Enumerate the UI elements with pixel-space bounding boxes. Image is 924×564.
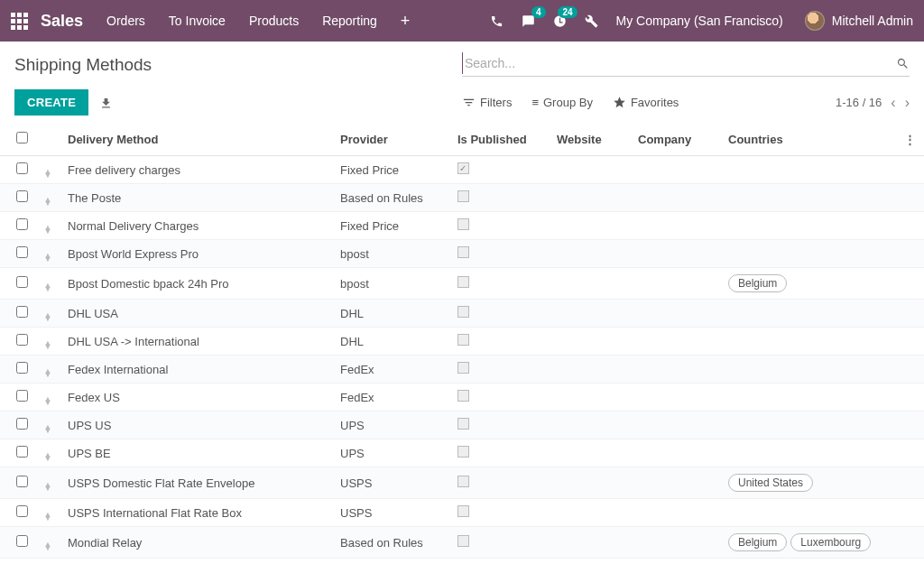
- nav-orders[interactable]: Orders: [106, 14, 145, 28]
- cell-website: [550, 268, 631, 300]
- published-checkbox[interactable]: [457, 362, 469, 374]
- apps-icon[interactable]: [11, 13, 28, 30]
- published-checkbox[interactable]: [457, 535, 469, 547]
- cell-published: [450, 300, 550, 328]
- published-checkbox[interactable]: [457, 334, 469, 346]
- drag-handle-icon[interactable]: ▲▼: [44, 313, 52, 320]
- table-row[interactable]: ▲▼ USPS Domestic Flat Rate Envelope USPS…: [0, 467, 924, 499]
- search-icon[interactable]: [896, 56, 910, 70]
- cell-published: [450, 356, 550, 384]
- country-tag: Belgium: [728, 533, 787, 551]
- row-checkbox[interactable]: [16, 476, 28, 487]
- table-row[interactable]: ▲▼ USPS International Flat Rate Box USPS: [0, 499, 924, 527]
- drag-handle-icon[interactable]: ▲▼: [44, 513, 52, 520]
- row-checkbox[interactable]: [16, 246, 28, 258]
- table-row[interactable]: ▲▼ Mondial Relay Based on Rules BelgiumL…: [0, 527, 924, 559]
- published-checkbox[interactable]: [457, 306, 469, 318]
- table-row[interactable]: ▲▼ Mondial Relay Based on Rules FranceNe…: [0, 559, 924, 565]
- activity-icon[interactable]: 24: [553, 14, 567, 28]
- search-input[interactable]: [462, 52, 896, 74]
- create-button[interactable]: CREATE: [14, 89, 88, 116]
- table-row[interactable]: ▲▼ Bpost World Express Pro bpost: [0, 240, 924, 268]
- table-row[interactable]: ▲▼ DHL USA DHL: [0, 300, 924, 328]
- select-all-checkbox[interactable]: [16, 132, 28, 143]
- drag-handle-icon[interactable]: ▲▼: [44, 425, 52, 432]
- published-checkbox[interactable]: [457, 390, 469, 402]
- pager-next-icon[interactable]: ›: [905, 95, 910, 111]
- published-checkbox[interactable]: [457, 218, 469, 230]
- row-checkbox[interactable]: [16, 446, 28, 458]
- activity-badge: 24: [558, 6, 577, 18]
- col-published[interactable]: Is Published: [450, 123, 550, 156]
- drag-handle-icon[interactable]: ▲▼: [44, 226, 52, 233]
- pager-prev-icon[interactable]: ‹: [891, 95, 895, 111]
- drag-handle-icon[interactable]: ▲▼: [44, 369, 52, 376]
- company-switcher[interactable]: My Company (San Francisco): [616, 14, 783, 28]
- table-row[interactable]: ▲▼ Fedex International FedEx: [0, 356, 924, 384]
- tools-icon[interactable]: [585, 14, 598, 28]
- published-checkbox[interactable]: [457, 162, 469, 174]
- published-checkbox[interactable]: [457, 246, 469, 258]
- drag-handle-icon[interactable]: ▲▼: [44, 283, 52, 291]
- nav-to-invoice[interactable]: To Invoice: [169, 14, 226, 28]
- user-menu[interactable]: Mitchell Admin: [805, 11, 913, 31]
- drag-handle-icon[interactable]: ▲▼: [44, 542, 52, 550]
- cell-delivery: USPS International Flat Rate Box: [60, 499, 333, 527]
- table-row[interactable]: ▲▼ DHL USA -> International DHL: [0, 328, 924, 356]
- row-checkbox[interactable]: [16, 190, 28, 202]
- cell-provider: DHL: [333, 300, 450, 328]
- pager-value[interactable]: 1-16 / 16: [836, 96, 882, 109]
- phone-icon[interactable]: [490, 14, 504, 28]
- table-row[interactable]: ▲▼ Fedex US FedEx: [0, 384, 924, 411]
- table-row[interactable]: ▲▼ UPS BE UPS: [0, 439, 924, 467]
- published-checkbox[interactable]: [457, 446, 469, 458]
- import-icon[interactable]: [99, 95, 113, 109]
- drag-handle-icon[interactable]: ▲▼: [44, 170, 52, 177]
- row-checkbox[interactable]: [16, 334, 28, 346]
- drag-handle-icon[interactable]: ▲▼: [44, 453, 52, 460]
- plus-icon[interactable]: +: [401, 12, 411, 31]
- col-delivery[interactable]: Delivery Method: [60, 123, 333, 156]
- cell-company: [631, 356, 721, 384]
- row-checkbox[interactable]: [16, 505, 28, 517]
- app-brand[interactable]: Sales: [41, 12, 83, 31]
- published-checkbox[interactable]: [457, 505, 469, 517]
- col-company[interactable]: Company: [631, 123, 721, 156]
- row-checkbox[interactable]: [16, 362, 28, 374]
- row-checkbox[interactable]: [16, 162, 28, 174]
- messaging-icon[interactable]: 4: [522, 14, 535, 28]
- cell-provider: Based on Rules: [333, 527, 450, 559]
- drag-handle-icon[interactable]: ▲▼: [44, 397, 52, 404]
- favorites-button[interactable]: Favorites: [613, 96, 679, 109]
- cell-delivery: The Poste: [60, 184, 333, 212]
- col-provider[interactable]: Provider: [333, 123, 450, 156]
- row-checkbox[interactable]: [16, 218, 28, 230]
- published-checkbox[interactable]: [457, 418, 469, 430]
- row-checkbox[interactable]: [16, 535, 28, 547]
- nav-products[interactable]: Products: [249, 14, 299, 28]
- filters-button[interactable]: Filters: [462, 96, 512, 109]
- published-checkbox[interactable]: [457, 190, 469, 202]
- row-checkbox[interactable]: [16, 306, 28, 318]
- col-website[interactable]: Website: [550, 123, 631, 156]
- table-row[interactable]: ▲▼ Free delivery charges Fixed Price: [0, 156, 924, 184]
- published-checkbox[interactable]: [457, 276, 469, 288]
- table-row[interactable]: ▲▼ The Poste Based on Rules: [0, 184, 924, 212]
- drag-handle-icon[interactable]: ▲▼: [44, 483, 52, 490]
- groupby-button[interactable]: ≡Group By: [531, 96, 593, 109]
- published-checkbox[interactable]: [457, 476, 469, 487]
- drag-handle-icon[interactable]: ▲▼: [44, 198, 52, 205]
- drag-handle-icon[interactable]: ▲▼: [44, 254, 52, 261]
- list-view[interactable]: Delivery Method Provider Is Published We…: [0, 123, 924, 564]
- cell-website: [550, 328, 631, 356]
- table-row[interactable]: ▲▼ Bpost Domestic bpack 24h Pro bpost Be…: [0, 268, 924, 300]
- table-row[interactable]: ▲▼ Normal Delivery Charges Fixed Price: [0, 212, 924, 240]
- table-row[interactable]: ▲▼ UPS US UPS: [0, 411, 924, 439]
- nav-reporting[interactable]: Reporting: [322, 14, 377, 28]
- row-checkbox[interactable]: [16, 276, 28, 288]
- column-options-icon[interactable]: ⋮: [904, 133, 916, 146]
- col-countries[interactable]: Countries: [721, 123, 897, 156]
- row-checkbox[interactable]: [16, 418, 28, 430]
- drag-handle-icon[interactable]: ▲▼: [44, 341, 52, 348]
- row-checkbox[interactable]: [16, 390, 28, 402]
